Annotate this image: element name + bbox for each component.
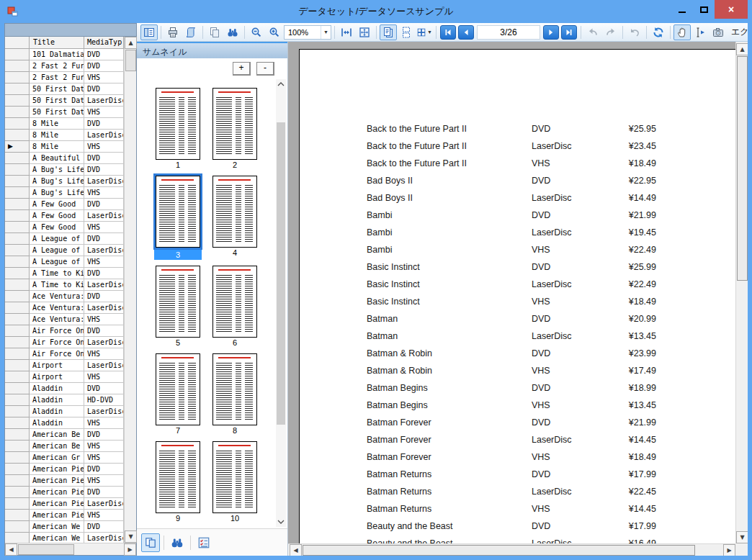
cell-title[interactable]: A League of xyxy=(30,233,84,245)
cell-mediatype[interactable]: VHS xyxy=(84,452,124,464)
table-row[interactable]: 50 First DateVHS xyxy=(5,107,124,118)
grid-vscroll-thumb[interactable] xyxy=(125,50,136,71)
thumbnail-scrollbar[interactable] xyxy=(276,79,286,527)
row-selector[interactable] xyxy=(5,49,30,60)
table-row[interactable]: AladdinDVD xyxy=(5,383,124,394)
table-row[interactable]: American PieVHS xyxy=(5,510,124,521)
cell-mediatype[interactable]: DVD xyxy=(84,164,124,176)
cell-title[interactable]: Air Force On xyxy=(30,348,84,360)
table-row[interactable]: American WeDVD xyxy=(5,521,124,533)
row-selector[interactable] xyxy=(5,130,30,141)
table-row[interactable]: 8 MileLaserDisc xyxy=(5,130,124,141)
cell-mediatype[interactable]: DVD xyxy=(84,49,124,60)
table-row[interactable]: Ace Ventura:VHS xyxy=(5,314,124,325)
cell-mediatype[interactable]: LaserDisc xyxy=(84,406,124,417)
cell-mediatype[interactable]: VHS xyxy=(84,187,124,199)
table-row[interactable]: American PieLaserDisc xyxy=(5,498,124,510)
cell-title[interactable]: American We xyxy=(30,521,84,533)
page-thumbnail[interactable]: 10 xyxy=(211,441,259,523)
tab-thumbnails[interactable] xyxy=(141,533,160,552)
page-setup-button[interactable] xyxy=(182,24,200,40)
copy-button[interactable] xyxy=(206,24,223,40)
cell-mediatype[interactable]: DVD xyxy=(84,118,124,130)
page-thumbnail[interactable]: 3 xyxy=(154,176,202,260)
row-selector[interactable] xyxy=(5,475,30,487)
fit-page-button[interactable] xyxy=(356,24,373,40)
row-selector[interactable] xyxy=(5,245,30,256)
row-selector[interactable] xyxy=(5,187,30,199)
report-horizontal-scrollbar[interactable]: ◀ ▶ xyxy=(288,543,735,556)
table-row[interactable]: AladdinHD-DVD xyxy=(5,394,124,406)
table-row[interactable]: Air Force OnDVD xyxy=(5,325,124,337)
table-row[interactable]: Ace Ventura:DVD xyxy=(5,291,124,302)
row-selector[interactable] xyxy=(5,487,30,498)
row-selector[interactable]: ▶ xyxy=(5,141,30,153)
table-row[interactable]: AirportLaserDisc xyxy=(5,360,124,371)
cell-title[interactable]: 2 Fast 2 Furi xyxy=(30,72,84,83)
cell-mediatype[interactable]: LaserDisc xyxy=(84,176,124,187)
cell-title[interactable]: American Be xyxy=(30,441,84,452)
row-selector[interactable] xyxy=(5,510,30,521)
row-selector[interactable] xyxy=(5,464,30,475)
scroll-up-icon[interactable]: ▲ xyxy=(736,43,748,55)
report-viewport[interactable]: Back to the Future Part IIDVD¥25.95Back … xyxy=(288,42,735,543)
thumbnail-image[interactable] xyxy=(156,88,200,160)
report-hscroll-thumb[interactable] xyxy=(303,545,695,556)
row-selector[interactable] xyxy=(5,164,30,176)
find-button[interactable] xyxy=(224,24,241,40)
minimize-button[interactable] xyxy=(671,0,693,19)
cell-mediatype[interactable]: VHS xyxy=(84,475,124,487)
thumbnail-image[interactable] xyxy=(156,441,200,513)
page-thumbnail[interactable]: 9 xyxy=(154,441,202,523)
chevron-down-icon[interactable]: ▼ xyxy=(321,26,331,39)
cell-title[interactable]: Aladdin xyxy=(30,417,84,429)
cell-title[interactable]: A Bug's Life xyxy=(30,164,84,176)
cell-mediatype[interactable]: LaserDisc xyxy=(84,245,124,256)
page-thumbnail[interactable]: 7 xyxy=(154,353,202,435)
cell-title[interactable]: A Few Good xyxy=(30,222,84,233)
cell-title[interactable]: American Be xyxy=(30,429,84,441)
cell-title[interactable]: 8 Mile xyxy=(30,141,84,153)
table-row[interactable]: A Bug's LifeVHS xyxy=(5,187,124,199)
cell-mediatype[interactable]: DVD xyxy=(84,199,124,210)
cell-mediatype[interactable]: VHS xyxy=(84,107,124,118)
row-selector[interactable] xyxy=(5,417,30,429)
cell-title[interactable]: 101 Dalmatia xyxy=(30,49,84,60)
column-header-mediatype[interactable]: MediaTyp xyxy=(84,37,124,49)
tab-search[interactable] xyxy=(168,533,187,552)
cell-mediatype[interactable]: LaserDisc xyxy=(84,210,124,222)
thumbnail-zoom-out-button[interactable]: - xyxy=(256,62,274,76)
grid-corner-cell[interactable] xyxy=(5,37,30,49)
first-page-button[interactable] xyxy=(440,25,456,40)
last-page-button[interactable] xyxy=(561,25,577,40)
cell-title[interactable]: American Pie xyxy=(30,510,84,521)
table-row[interactable]: A Few GoodDVD xyxy=(5,199,124,210)
single-page-view-button[interactable] xyxy=(380,24,397,40)
row-selector[interactable] xyxy=(5,95,30,107)
cell-mediatype[interactable]: DVD xyxy=(84,383,124,394)
table-row[interactable]: ▶8 MileVHS xyxy=(5,141,124,153)
table-row[interactable]: A BeautifulDVD xyxy=(5,153,124,164)
cell-mediatype[interactable]: DVD xyxy=(84,429,124,441)
cell-title[interactable]: Air Force On xyxy=(30,325,84,337)
table-row[interactable]: A Bug's LifeLaserDisc xyxy=(5,176,124,187)
grid-hscroll-thumb[interactable] xyxy=(18,544,74,555)
row-selector[interactable] xyxy=(5,268,30,279)
page-thumbnail[interactable]: 6 xyxy=(211,266,259,348)
cell-mediatype[interactable]: LaserDisc xyxy=(84,360,124,371)
maximize-button[interactable] xyxy=(693,0,715,19)
row-selector[interactable] xyxy=(5,441,30,452)
fit-width-button[interactable] xyxy=(338,24,355,40)
cell-title[interactable]: 50 First Date xyxy=(30,95,84,107)
cell-mediatype[interactable]: DVD xyxy=(84,60,124,72)
cell-title[interactable]: A Time to Kil xyxy=(30,279,84,291)
text-select-tool-button[interactable] xyxy=(691,24,709,40)
cell-mediatype[interactable]: VHS xyxy=(84,314,124,325)
cell-mediatype[interactable]: VHS xyxy=(84,371,124,383)
row-selector[interactable] xyxy=(5,72,30,83)
cell-mediatype[interactable]: LaserDisc xyxy=(84,95,124,107)
row-selector[interactable] xyxy=(5,371,30,383)
next-page-button[interactable] xyxy=(543,25,559,40)
table-row[interactable]: A Few GoodVHS xyxy=(5,222,124,233)
row-selector[interactable] xyxy=(5,233,30,245)
